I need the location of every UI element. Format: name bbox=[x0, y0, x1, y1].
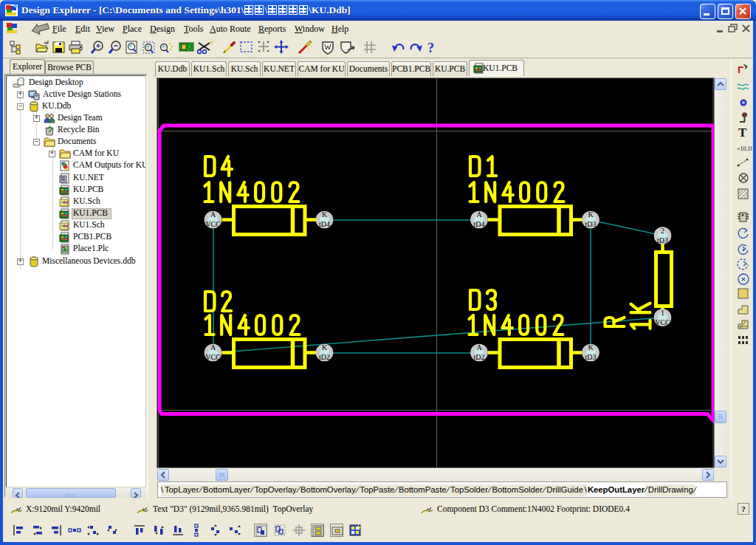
svg-text:A: A bbox=[210, 343, 216, 352]
svg-text:+10,10: +10,10 bbox=[737, 145, 752, 152]
svg-text:1: 1 bbox=[661, 309, 664, 317]
svg-text:A: A bbox=[476, 210, 482, 219]
svg-text:VCC: VCC bbox=[205, 220, 221, 228]
svg-text:K: K bbox=[322, 343, 328, 352]
svg-text:A: A bbox=[476, 343, 482, 352]
svg-text:tD3: tD3 bbox=[585, 353, 597, 361]
svg-text:tD3: tD3 bbox=[585, 220, 597, 228]
svg-text:tD4: tD4 bbox=[319, 220, 330, 228]
svg-text:?: ? bbox=[427, 41, 434, 55]
svg-text:tD4: tD4 bbox=[474, 220, 485, 228]
svg-text:tD3: tD3 bbox=[657, 236, 668, 244]
svg-text:K: K bbox=[588, 343, 594, 352]
svg-text:VCC: VCC bbox=[205, 353, 221, 361]
svg-text:2: 2 bbox=[661, 227, 664, 235]
svg-text:K: K bbox=[588, 210, 594, 219]
svg-text:VCC: VCC bbox=[655, 318, 670, 326]
svg-text:tD2: tD2 bbox=[319, 353, 330, 361]
svg-text:A: A bbox=[210, 210, 216, 219]
svg-text:K: K bbox=[322, 210, 328, 219]
svg-text:T: T bbox=[738, 126, 747, 140]
svg-text:tD2: tD2 bbox=[474, 353, 485, 361]
